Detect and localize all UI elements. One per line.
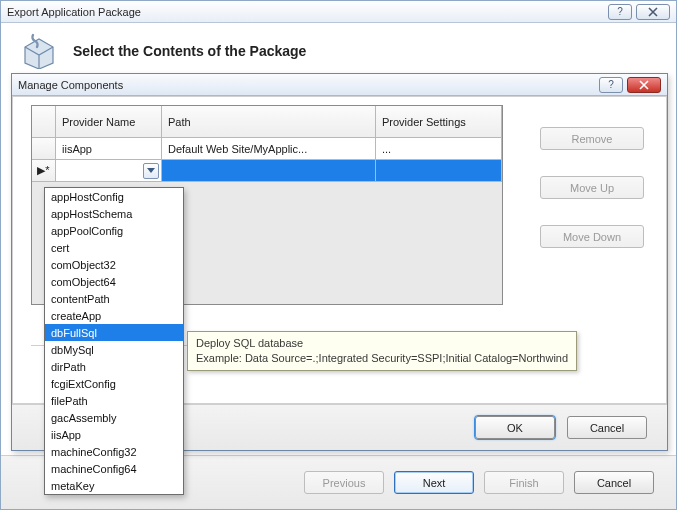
outer-titlebar: Export Application Package ? [1,1,676,23]
cell-settings-new[interactable] [376,160,502,182]
dropdown-item[interactable]: filePath [45,392,183,409]
cell-settings[interactable]: ... [376,138,502,160]
tooltip-line2: Example: Data Source=.;Integrated Securi… [196,351,568,366]
outer-header: Select the Contents of the Package [1,23,676,79]
previous-button: Previous [304,471,384,494]
inner-window-title: Manage Components [18,79,595,91]
dropdown-item[interactable]: machineConfig32 [45,443,183,460]
provider-combo-cell[interactable] [56,160,162,182]
inner-cancel-button[interactable]: Cancel [567,416,647,439]
cancel-button[interactable]: Cancel [574,471,654,494]
side-buttons: Remove Move Up Move Down [540,127,644,248]
cell-provider[interactable]: iisApp [56,138,162,160]
inner-help-button[interactable]: ? [599,77,623,93]
tooltip-line1: Deploy SQL database [196,336,568,351]
dropdown-item[interactable]: metaKey [45,477,183,494]
dropdown-item[interactable]: appHostSchema [45,205,183,222]
dropdown-item[interactable]: appPoolConfig [45,222,183,239]
close-icon [648,7,658,17]
inner-close-button[interactable] [627,77,661,93]
grid-row[interactable]: iisApp Default Web Site/MyApplic... ... [32,138,502,160]
dropdown-item[interactable]: dbFullSql [45,324,183,341]
move-down-button: Move Down [540,225,644,248]
dropdown-item[interactable]: appHostConfig [45,188,183,205]
provider-dropdown-list[interactable]: appHostConfigappHostSchemaappPoolConfigc… [44,187,184,495]
dropdown-item[interactable]: gacAssembly [45,409,183,426]
new-row-marker: ▶* [32,160,56,182]
dropdown-item[interactable]: comObject64 [45,273,183,290]
finish-button: Finish [484,471,564,494]
dropdown-item[interactable]: contentPath [45,290,183,307]
page-heading: Select the Contents of the Package [73,43,306,59]
row-header [32,138,56,160]
export-package-window: Export Application Package ? Select the … [0,0,677,510]
next-button[interactable]: Next [394,471,474,494]
cell-path[interactable]: Default Web Site/MyApplic... [162,138,376,160]
package-icon [19,33,59,69]
dropdown-item[interactable]: iisApp [45,426,183,443]
remove-button: Remove [540,127,644,150]
dropdown-item[interactable]: dirPath [45,358,183,375]
dropdown-item[interactable]: machineConfig64 [45,460,183,477]
row-header-blank [32,106,56,138]
dropdown-item[interactable]: dbMySql [45,341,183,358]
tooltip: Deploy SQL database Example: Data Source… [187,331,577,371]
column-header-provider[interactable]: Provider Name [56,106,162,138]
ok-button[interactable]: OK [475,416,555,439]
inner-titlebar: Manage Components ? [12,74,667,96]
column-header-path[interactable]: Path [162,106,376,138]
column-header-settings[interactable]: Provider Settings [376,106,502,138]
close-button[interactable] [636,4,670,20]
outer-window-title: Export Application Package [7,6,604,18]
dropdown-item[interactable]: fcgiExtConfig [45,375,183,392]
grid-header-row: Provider Name Path Provider Settings [32,106,502,138]
dropdown-item[interactable]: comObject32 [45,256,183,273]
provider-dropdown-button[interactable] [143,163,159,179]
cell-path-new[interactable] [162,160,376,182]
grid-new-row[interactable]: ▶* [32,160,502,182]
dropdown-item[interactable]: createApp [45,307,183,324]
close-icon [639,80,649,90]
help-button[interactable]: ? [608,4,632,20]
move-up-button: Move Up [540,176,644,199]
chevron-down-icon [147,168,155,173]
dropdown-item[interactable]: cert [45,239,183,256]
